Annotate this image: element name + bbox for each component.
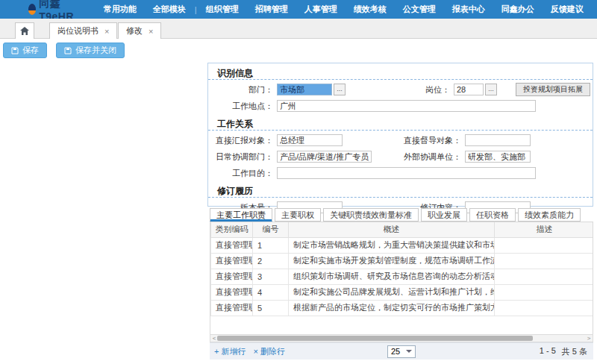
location-field[interactable] — [277, 100, 536, 112]
cell-desc — [495, 237, 594, 253]
nav-item-org[interactable]: 组织管理 — [206, 4, 239, 15]
nav-item-hr[interactable]: 人事管理 — [304, 4, 337, 15]
dept-field[interactable]: 市场部 — [277, 84, 332, 95]
detail-tabs: 主要工作职责 主要职权 关键职责绩效衡量标准 职业发展 任职资格 绩效素质能力 — [210, 208, 583, 222]
cell-category: 直接管理职能 — [211, 300, 253, 316]
scrollbar-thumb[interactable] — [217, 336, 533, 341]
post-lookup-button[interactable]: ... — [485, 84, 497, 95]
cell-summary: 制定和实施市场开发策划管理制度，规范市场调研工作流程。 — [289, 253, 495, 269]
dept-label: 部门： — [208, 84, 273, 95]
toolbar: 保存 保存并关闭 — [0, 39, 597, 61]
form-row-dept-post: 部门： 市场部 ... 岗位： ... 投资规划项目拓展 — [208, 81, 593, 98]
table-row[interactable]: 直接管理职能 1 制定市场营销战略规划，为重大营销决策提供建议和市场信息支持。 — [211, 237, 594, 253]
tab-career-development[interactable]: 职业发展 — [421, 208, 467, 222]
supervise-field[interactable] — [465, 134, 531, 146]
cell-summary: 制定和实施公司品牌发展规划、运营计划和推广计划，维护公司的品牌形象。 — [289, 284, 495, 300]
record-range: 1 - 5 — [540, 346, 556, 357]
tab-kpi-standards[interactable]: 关键职责绩效衡量标准 — [323, 208, 419, 222]
purpose-label: 工作目的： — [208, 168, 273, 179]
tab-label: 岗位说明书 — [57, 25, 99, 37]
report-to-field[interactable] — [277, 134, 343, 146]
save-button[interactable]: 保存 — [3, 43, 47, 58]
record-total: 共 5 条 — [562, 346, 587, 357]
duties-table: 类别编码 编号 概述 描述 直接管理职能 1 制定市场营销战略规划，为重大营销决… — [210, 222, 593, 334]
table-row[interactable]: 直接管理职能 4 制定和实施公司品牌发展规划、运营计划和推广计划，维护公司的品牌… — [211, 284, 594, 300]
page-size-value: 25 — [391, 347, 400, 356]
post-code-field[interactable] — [454, 84, 484, 95]
form-row-purpose: 工作目的： — [208, 165, 593, 181]
section-title-revision: 修订履历 — [217, 185, 593, 195]
tab-main-authority[interactable]: 主要职权 — [275, 208, 321, 222]
report-to-label: 直接汇报对象： — [208, 135, 273, 146]
job-description-form: 识别信息 部门： 市场部 ... 岗位： ... 投资规划项目拓展 工作地点： … — [207, 63, 593, 207]
table-row[interactable]: 直接管理职能 5 根据新产品的市场定位，制定切实可行的市场推广策划方案。 — [211, 300, 594, 316]
save-and-close-button-label: 保存并关闭 — [75, 45, 116, 56]
cell-category: 直接管理职能 — [211, 253, 253, 269]
plus-icon: + — [214, 347, 219, 356]
nav-item-performance[interactable]: 绩效考核 — [354, 4, 387, 15]
section-title-identify: 识别信息 — [217, 67, 593, 78]
cell-no: 1 — [253, 237, 289, 253]
col-header-summary: 概述 — [289, 222, 495, 237]
form-row-location: 工作地点： — [208, 98, 593, 114]
nav-item-all-modules[interactable]: 全部模块 — [153, 4, 186, 15]
col-header-no: 编号 — [253, 222, 289, 237]
delete-row-button[interactable]: × 删除行 — [253, 346, 284, 357]
daily-coordination-label: 日常协调部门： — [208, 151, 273, 163]
nav-item-document[interactable]: 公文管理 — [403, 4, 436, 15]
nav-item-report[interactable]: 报表中心 — [452, 4, 485, 15]
main-menu: 常用功能 全部模块 | 组织管理 招聘管理 人事管理 绩效考核 公文管理 报表中… — [96, 4, 597, 15]
cell-desc — [495, 269, 594, 284]
nav-divider: | — [195, 5, 197, 14]
tab-qualifications[interactable]: 任职资格 — [469, 208, 516, 222]
cell-desc — [495, 300, 594, 316]
nav-item-feedback[interactable]: 反馈建议 — [551, 4, 584, 15]
nav-item-office[interactable]: 同鑫办公 — [501, 4, 534, 15]
nav-item-recruit[interactable]: 招聘管理 — [255, 4, 288, 15]
table-row[interactable]: 直接管理职能 3 组织策划市场调研、研究及市场信息咨询的动态分析活动，提供准确可… — [211, 269, 594, 284]
add-row-button[interactable]: + 新增行 — [214, 346, 246, 357]
table-row[interactable]: 直接管理职能 2 制定和实施市场开发策划管理制度，规范市场调研工作流程。 — [211, 253, 594, 269]
logo-icon — [28, 4, 36, 15]
scroll-right-arrow-icon[interactable]: > — [585, 335, 593, 342]
section-divider — [208, 197, 593, 198]
add-row-label: 新增行 — [221, 346, 246, 357]
form-row-coordination: 日常协调部门： 外部协调单位： — [208, 148, 593, 165]
chevron-down-icon — [406, 350, 412, 353]
home-icon — [20, 27, 29, 35]
daily-coordination-field[interactable] — [277, 151, 372, 163]
tab-main-duties[interactable]: 主要工作职责 — [210, 208, 272, 222]
cell-no: 2 — [253, 253, 289, 269]
tab-competency[interactable]: 绩效素质能力 — [518, 208, 581, 222]
save-and-close-button[interactable]: 保存并关闭 — [56, 43, 125, 58]
tab-home[interactable] — [15, 22, 34, 39]
nav-item-common[interactable]: 常用功能 — [104, 4, 137, 15]
table-header-row: 类别编码 编号 概述 描述 — [211, 222, 594, 237]
purpose-field[interactable] — [277, 167, 536, 179]
section-title-relations: 工作关系 — [217, 118, 593, 128]
cell-category: 直接管理职能 — [211, 269, 253, 284]
page-size-select[interactable]: 25 — [387, 345, 416, 358]
col-header-desc: 描述 — [495, 222, 594, 237]
cell-desc — [495, 253, 594, 269]
cell-category: 直接管理职能 — [211, 284, 253, 300]
top-nav-bar: 同鑫T9eHR 常用功能 全部模块 | 组织管理 招聘管理 人事管理 绩效考核 … — [0, 0, 597, 19]
grid-footer: + 新增行 × 删除行 25 1 - 5 共 5 条 — [210, 342, 593, 360]
cell-no: 4 — [253, 284, 289, 300]
external-coordination-label: 外部协调单位： — [372, 151, 461, 163]
post-name-button[interactable]: 投资规划项目拓展 — [516, 83, 590, 96]
close-icon[interactable]: × — [149, 27, 153, 36]
post-label: 岗位： — [346, 84, 450, 95]
dept-lookup-button[interactable]: ... — [334, 84, 346, 95]
row-actions: + 新增行 × 删除行 — [214, 346, 293, 357]
tab-job-description[interactable]: 岗位说明书 × — [49, 22, 117, 39]
save-button-label: 保存 — [22, 45, 39, 56]
section-divider — [208, 79, 593, 80]
cell-no: 3 — [253, 269, 289, 284]
horizontal-scrollbar[interactable]: < > — [210, 334, 593, 342]
external-coordination-field[interactable] — [465, 151, 531, 163]
col-header-category: 类别编码 — [211, 222, 253, 237]
page: 同鑫T9eHR 常用功能 全部模块 | 组织管理 招聘管理 人事管理 绩效考核 … — [0, 0, 597, 364]
tab-edit[interactable]: 修改 × — [118, 22, 161, 39]
close-icon[interactable]: × — [104, 27, 109, 36]
